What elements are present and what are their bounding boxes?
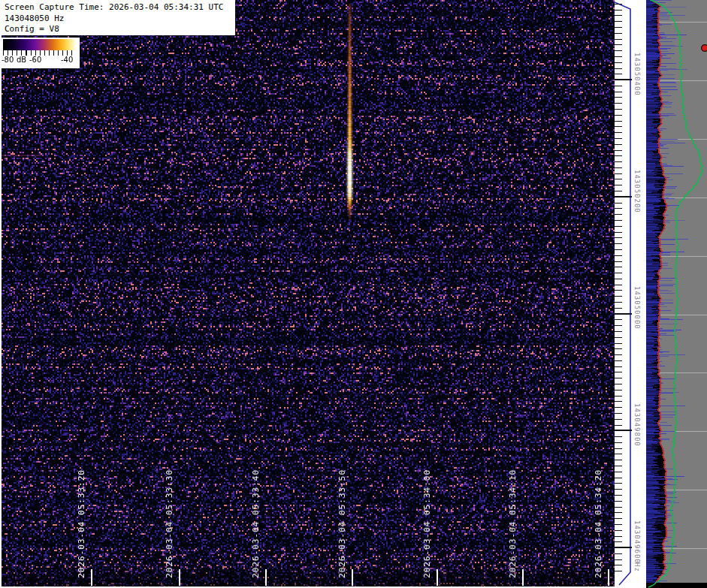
spectrum-capture-window: Screen Capture Time: 2026-03-04 05:34:31… [0,0,707,588]
freq-minor-tick [615,15,622,16]
freq-minor-tick [615,50,622,51]
colorbar-label-min: -80 [2,56,14,64]
freq-minor-tick [615,413,622,414]
freq-minor-tick [615,132,622,133]
freq-minor-tick [615,425,622,426]
freq-minor-tick [615,390,622,390]
freq-minor-tick [615,319,622,320]
freq-minor-tick [615,401,622,402]
freq-minor-tick [615,243,622,244]
freq-minor-tick [615,109,622,110]
freq-minor-tick [615,524,622,525]
freq-minor-tick [615,220,622,221]
freq-minor-tick [615,354,622,355]
capture-time-text: Screen Capture Time: 2026-03-04 05:34:31… [5,2,235,14]
colorbar-label-mid: -60 [29,56,41,64]
freq-minor-tick [615,138,622,139]
freq-minor-tick [615,155,622,156]
freq-minor-tick [615,103,622,104]
freq-minor-tick [615,478,622,478]
freq-minor-tick [615,372,622,372]
time-tick-mark [265,569,267,586]
freq-minor-tick [615,472,622,472]
freq-minor-tick [615,419,622,420]
time-tick-mark [522,569,524,586]
freq-minor-tick [615,536,622,537]
freq-minor-tick [615,530,622,531]
freq-major-tick [615,196,632,198]
freq-minor-tick [615,255,622,256]
freq-minor-tick [615,360,622,361]
center-frequency-text: 143048050 Hz [5,14,235,25]
freq-minor-tick [615,203,622,204]
freq-major-tick [615,430,632,431]
freq-minor-tick [615,279,622,279]
freq-minor-tick [615,454,622,454]
freq-minor-tick [615,10,622,11]
freq-minor-tick [615,331,622,332]
freq-minor-tick [615,407,622,408]
freq-minor-tick [615,501,622,502]
time-tick-label: 2026-03-04 05:34:20 [594,469,603,578]
freq-minor-tick [615,208,622,209]
freq-minor-tick [615,27,622,28]
freq-minor-tick [615,126,622,127]
freq-minor-tick [615,167,622,168]
freq-minor-tick [615,92,622,92]
freq-minor-tick [615,185,622,185]
freq-tick-label: 143050000 [633,286,641,330]
freq-minor-tick [615,337,622,338]
freq-minor-tick [615,442,622,443]
freq-tick-label: 143049600 [633,520,641,564]
freq-minor-tick [615,495,622,496]
freq-minor-tick [615,308,622,309]
freq-tick-label: 143050400 [633,53,641,96]
time-tick-mark [179,569,180,586]
frequency-ruler: 143050400 143050200 143050000 143049800 … [615,0,646,588]
freq-minor-tick [615,226,622,227]
freq-minor-tick [615,44,622,45]
freq-tick-label: 143050200 [633,170,641,213]
freq-minor-tick [615,161,622,162]
freq-minor-tick [615,553,622,554]
freq-minor-tick [615,460,622,460]
freq-minor-tick [615,179,622,179]
freq-minor-tick [615,466,622,466]
freq-minor-tick [615,366,622,367]
freq-minor-tick [615,214,622,215]
freq-minor-tick [615,86,622,86]
freq-minor-tick [615,285,622,285]
freq-minor-tick [615,565,622,565]
freq-minor-tick [615,33,622,34]
time-tick-label: 2026-03-04 05:33:30 [165,469,174,578]
freq-minor-tick [615,150,622,151]
freq-minor-tick [615,121,622,122]
freq-minor-tick [615,21,622,22]
config-text: Config = V8 [5,24,235,35]
freq-minor-tick [615,559,622,560]
freq-minor-tick [615,489,622,490]
freq-minor-tick [615,448,622,449]
freq-minor-tick [615,191,622,191]
freq-minor-tick [615,302,622,303]
freq-minor-tick [615,512,622,513]
freq-minor-tick [615,384,622,384]
freq-minor-tick [615,267,622,267]
freq-minor-tick [615,507,622,508]
freq-minor-tick [615,232,622,233]
time-tick-mark [91,569,92,586]
freq-unit-label: Hz [633,562,641,572]
ruler-axis-line [615,0,646,588]
colorbar-tick-marks [3,50,77,56]
freq-minor-tick [615,62,622,63]
freq-minor-tick [615,378,622,378]
freq-minor-tick [615,249,622,250]
freq-minor-tick [615,518,622,519]
freq-minor-tick [615,348,622,349]
capture-info-box: Screen Capture Time: 2026-03-04 05:34:31… [0,0,235,35]
freq-minor-tick [615,273,622,273]
intensity-colorbar: -80 dB -60 -40 [0,38,80,68]
time-tick-label: 2026-03-04 05:33:20 [77,469,86,578]
freq-minor-tick [615,144,622,145]
freq-minor-tick [615,325,622,326]
